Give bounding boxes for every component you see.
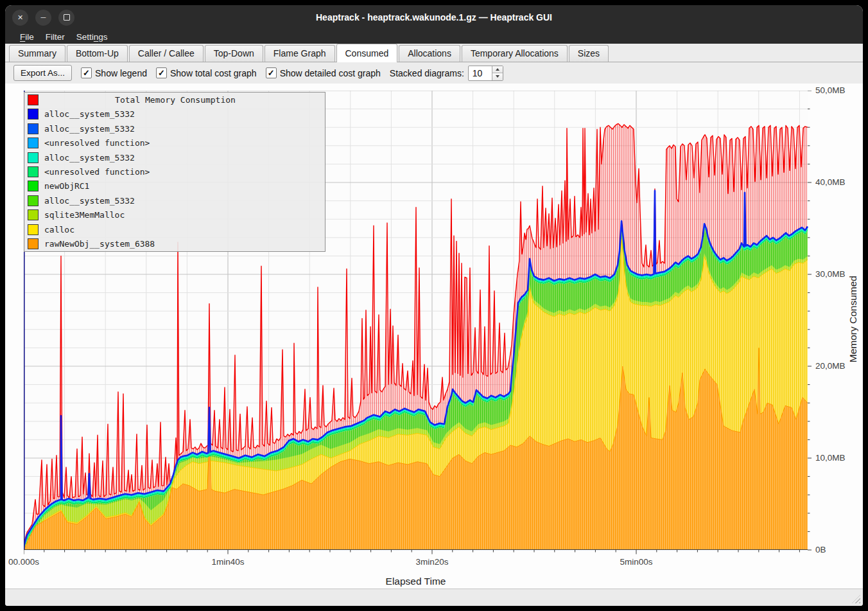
legend-item: rawNewObj__system_6388 xyxy=(24,237,325,251)
toolbar: Export As... ✓Show legend✓Show total cos… xyxy=(5,62,863,84)
legend-item: alloc__system_5332 xyxy=(24,150,325,164)
legend-swatch-icon xyxy=(28,123,39,134)
legend-item: sqlite3MemMalloc xyxy=(24,208,325,222)
legend-label: sqlite3MemMalloc xyxy=(44,210,125,220)
menu-file[interactable]: File xyxy=(14,31,40,43)
tab-flame-graph[interactable]: Flame Graph xyxy=(265,45,335,62)
stacked-diagrams-label: Stacked diagrams: xyxy=(390,68,464,78)
x-axis-title: Elapsed Time xyxy=(386,576,446,587)
checkbox-box: ✓ xyxy=(81,67,92,78)
checkbox-label: Show legend xyxy=(95,68,147,78)
legend-swatch-icon xyxy=(28,181,39,191)
legend-item: newObjRC1 xyxy=(24,179,325,193)
legend-item: alloc__system_5332 xyxy=(24,193,325,208)
spin-buttons xyxy=(492,66,503,80)
maximize-button[interactable] xyxy=(58,10,74,26)
tab-consumed[interactable]: Consumed xyxy=(336,44,398,62)
checkbox-show-total-cost-graph[interactable]: ✓Show total cost graph xyxy=(156,67,257,78)
y-tick-label: 20,0MB xyxy=(815,361,846,371)
legend-title-row: Total Memory Consumption xyxy=(24,93,325,107)
legend-item: calloc xyxy=(24,222,325,236)
x-tick-label: 3min20s xyxy=(415,557,448,567)
x-tick-label: 00.000s xyxy=(8,557,39,567)
legend-label: alloc__system_5332 xyxy=(44,124,135,134)
minimize-button[interactable]: ─ xyxy=(35,10,51,26)
spin-up-button[interactable] xyxy=(492,66,503,74)
legend-label: alloc__system_5332 xyxy=(44,153,135,163)
legend-swatch-icon xyxy=(28,109,39,120)
legend-label: alloc__system_5332 xyxy=(44,109,135,119)
checkbox-box: ✓ xyxy=(156,67,167,78)
legend-label: calloc xyxy=(44,225,74,235)
legend-item: alloc__system_5332 xyxy=(24,107,325,121)
legend-label: rawNewObj__system_6388 xyxy=(44,239,155,249)
tab-top-down[interactable]: Top-Down xyxy=(205,45,263,62)
checkbox-label: Show detailed cost graph xyxy=(280,68,381,78)
spin-down-button[interactable] xyxy=(492,73,503,80)
legend-label: newObjRC1 xyxy=(44,181,89,191)
legend-item: <unresolved function> xyxy=(24,136,325,150)
window-title: Heaptrack - heaptrack.wakunode.1.gz — He… xyxy=(5,12,863,22)
checkbox-show-detailed-cost-graph[interactable]: ✓Show detailed cost graph xyxy=(266,67,381,78)
legend-swatch-icon xyxy=(28,195,39,206)
legend-item: <unresolved function> xyxy=(24,164,325,179)
spin-up-icon xyxy=(496,68,499,71)
legend-title: Total Memory Consumption xyxy=(39,95,312,105)
stacked-diagrams-control: Stacked diagrams: 10 xyxy=(390,66,503,81)
stacked-diagrams-value: 10 xyxy=(469,66,492,80)
export-as-button[interactable]: Export As... xyxy=(13,65,72,81)
legend-item: alloc__system_5332 xyxy=(24,121,325,136)
menu-bar: FileFilterSettings xyxy=(5,30,863,44)
legend-swatch-icon xyxy=(28,94,39,105)
tab-temporary-allocations[interactable]: Temporary Allocations xyxy=(462,45,568,62)
y-tick-label: 30,0MB xyxy=(815,269,846,279)
menu-settings[interactable]: Settings xyxy=(71,31,114,43)
tab-caller-callee[interactable]: Caller / Callee xyxy=(129,45,204,62)
y-tick-label: 0B xyxy=(815,545,826,554)
maximize-icon xyxy=(64,14,70,21)
tab-bottom-up[interactable]: Bottom-Up xyxy=(67,45,128,62)
stacked-diagrams-spinbox[interactable]: 10 xyxy=(468,66,503,81)
legend-swatch-icon xyxy=(28,166,39,177)
tab-bar: SummaryBottom-UpCaller / CalleeTop-DownF… xyxy=(5,44,863,62)
checkbox-box: ✓ xyxy=(266,67,277,78)
menu-filter[interactable]: Filter xyxy=(40,31,71,43)
y-tick-label: 40,0MB xyxy=(815,177,846,187)
y-tick-label: 50,0MB xyxy=(815,85,846,95)
y-axis-title: Memory Consumed xyxy=(847,276,859,362)
legend-swatch-icon xyxy=(28,224,39,235)
tab-summary[interactable]: Summary xyxy=(9,45,65,62)
tab-sizes[interactable]: Sizes xyxy=(569,45,609,62)
legend-swatch-icon xyxy=(28,152,39,163)
checkbox-label: Show total cost graph xyxy=(170,68,257,78)
checkbox-show-legend[interactable]: ✓Show legend xyxy=(81,67,147,78)
legend-label: <unresolved function> xyxy=(44,167,150,177)
y-tick-label: 10,0MB xyxy=(815,453,846,463)
status-bar xyxy=(5,589,863,606)
consumed-chart[interactable]: Total Memory Consumptionalloc__system_53… xyxy=(5,84,863,589)
legend-swatch-icon xyxy=(28,209,39,220)
window-controls: ✕ ─ xyxy=(12,10,74,26)
x-tick-label: 1min40s xyxy=(211,557,244,567)
close-button[interactable]: ✕ xyxy=(12,10,28,26)
resize-grip-icon[interactable] xyxy=(852,595,860,603)
screen: ✕ ─ Heaptrack - heaptrack.wakunode.1.gz … xyxy=(0,0,868,611)
title-bar: ✕ ─ Heaptrack - heaptrack.wakunode.1.gz … xyxy=(5,5,863,30)
heaptrack-window: ✕ ─ Heaptrack - heaptrack.wakunode.1.gz … xyxy=(5,5,863,606)
legend-label: alloc__system_5332 xyxy=(44,196,135,206)
spin-down-icon xyxy=(496,75,499,78)
x-tick-label: 5min00s xyxy=(620,557,652,567)
legend-label: <unresolved function> xyxy=(44,138,150,148)
chart-legend: Total Memory Consumptionalloc__system_53… xyxy=(24,92,326,252)
tab-allocations[interactable]: Allocations xyxy=(399,45,460,62)
legend-swatch-icon xyxy=(28,137,39,148)
checkbox-group: ✓Show legend✓Show total cost graph✓Show … xyxy=(81,67,381,78)
legend-swatch-icon xyxy=(28,238,39,249)
